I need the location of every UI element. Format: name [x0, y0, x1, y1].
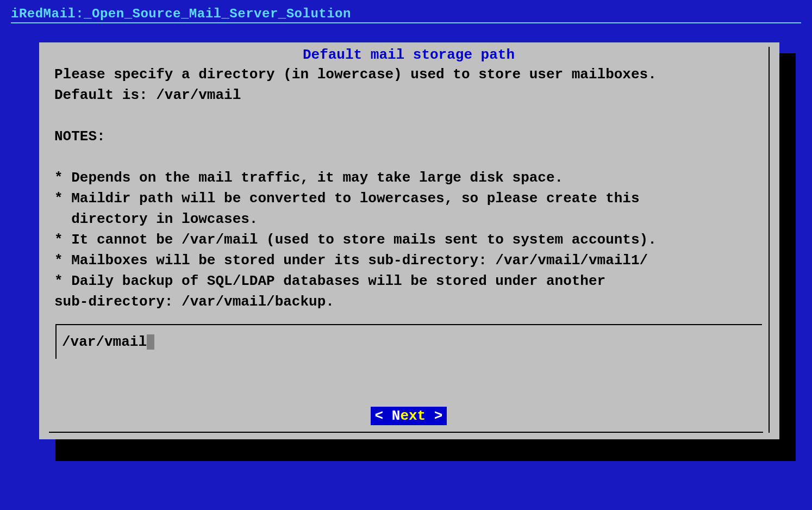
next-btn-suffix: >	[426, 408, 442, 424]
dialog-body-text: Please specify a directory (in lowercase…	[49, 64, 769, 312]
dialog-wrapper: Default mail storage path Please specify…	[39, 42, 779, 439]
next-btn-rest: ext	[400, 408, 426, 424]
next-btn-prefix: <	[375, 408, 392, 424]
next-button[interactable]: < Next >	[371, 407, 447, 425]
dialog-title: Default mail storage path	[49, 47, 769, 63]
app-title: iRedMail:_Open_Source_Mail_Server_Soluti…	[0, 0, 812, 22]
mail-storage-path-input[interactable]: /var/vmail	[62, 325, 757, 350]
next-btn-first-letter: N	[392, 408, 401, 424]
text-cursor-icon	[147, 334, 154, 350]
mail-storage-path-input-wrapper[interactable]: /var/vmail	[55, 324, 762, 359]
dialog-bottom-divider	[49, 432, 763, 433]
dialog-inner: Default mail storage path Please specify…	[49, 47, 770, 433]
input-value: /var/vmail	[62, 334, 147, 350]
button-row: < Next >	[49, 407, 769, 428]
app-title-divider	[11, 22, 801, 23]
dialog-box: Default mail storage path Please specify…	[39, 42, 779, 439]
